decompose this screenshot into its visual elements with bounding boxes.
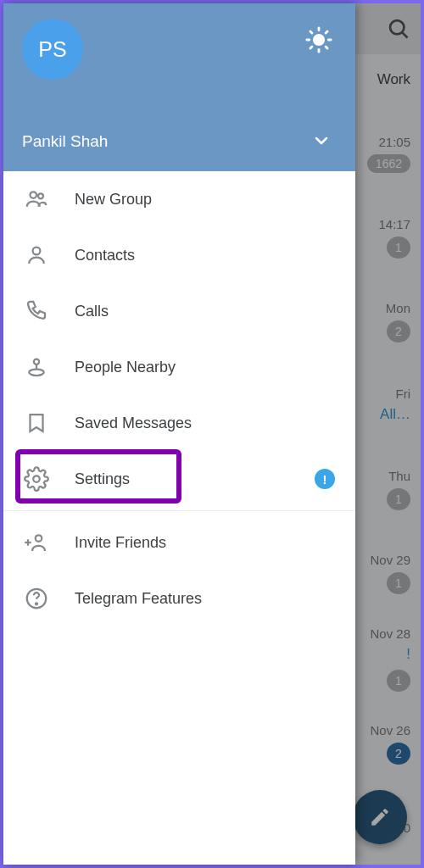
menu-settings[interactable]: Settings ! bbox=[3, 451, 355, 507]
app-root: Work 21:05166214:171Mon2FriAll…Thu1Nov 2… bbox=[0, 0, 424, 868]
svg-line-6 bbox=[326, 47, 327, 48]
person-icon bbox=[24, 242, 49, 268]
svg-point-11 bbox=[31, 192, 37, 198]
svg-line-5 bbox=[310, 31, 312, 33]
svg-point-16 bbox=[33, 476, 40, 482]
menu-new-group[interactable]: New Group bbox=[3, 171, 355, 227]
svg-point-21 bbox=[36, 603, 37, 604]
menu-divider bbox=[3, 510, 355, 511]
chevron-down-icon[interactable] bbox=[311, 131, 332, 151]
menu-label: Invite Friends bbox=[75, 534, 166, 552]
menu-label: Settings bbox=[75, 470, 130, 488]
menu-label: People Nearby bbox=[75, 359, 176, 376]
menu-label: Contacts bbox=[75, 247, 135, 264]
invite-icon bbox=[24, 530, 49, 555]
bookmark-icon bbox=[24, 410, 49, 436]
menu-label: Calls bbox=[75, 303, 109, 320]
avatar[interactable]: PS bbox=[22, 19, 83, 80]
svg-point-2 bbox=[313, 34, 325, 46]
svg-point-12 bbox=[38, 193, 43, 198]
menu-label: Telegram Features bbox=[75, 590, 202, 608]
sun-icon[interactable] bbox=[304, 25, 333, 54]
phone-icon bbox=[24, 298, 49, 324]
menu-people-nearby[interactable]: People Nearby bbox=[3, 339, 355, 395]
svg-point-17 bbox=[36, 535, 42, 542]
avatar-initials: PS bbox=[38, 37, 66, 62]
menu-contacts[interactable]: Contacts bbox=[3, 227, 355, 283]
svg-line-10 bbox=[326, 31, 327, 33]
menu-calls[interactable]: Calls bbox=[3, 283, 355, 339]
menu-label: Saved Messages bbox=[75, 415, 192, 432]
gear-icon bbox=[24, 466, 49, 492]
svg-point-13 bbox=[33, 248, 41, 255]
alert-badge: ! bbox=[315, 469, 335, 489]
username[interactable]: Pankil Shah bbox=[22, 132, 108, 151]
menu-telegram-features[interactable]: Telegram Features bbox=[3, 570, 355, 626]
people-nearby-icon bbox=[24, 354, 49, 380]
drawer-header: PS Pankil Shah bbox=[3, 3, 355, 171]
menu-label: New Group bbox=[75, 191, 152, 209]
navigation-drawer: PS Pankil Shah New Group Contacts bbox=[3, 3, 355, 865]
svg-point-15 bbox=[29, 370, 44, 376]
group-icon bbox=[24, 186, 49, 212]
menu-invite-friends[interactable]: Invite Friends bbox=[3, 515, 355, 570]
svg-line-9 bbox=[310, 47, 312, 48]
drawer-body: New Group Contacts Calls People Nearby bbox=[3, 171, 355, 865]
help-icon bbox=[24, 586, 49, 611]
svg-point-14 bbox=[34, 359, 39, 364]
menu-saved-messages[interactable]: Saved Messages bbox=[3, 395, 355, 451]
